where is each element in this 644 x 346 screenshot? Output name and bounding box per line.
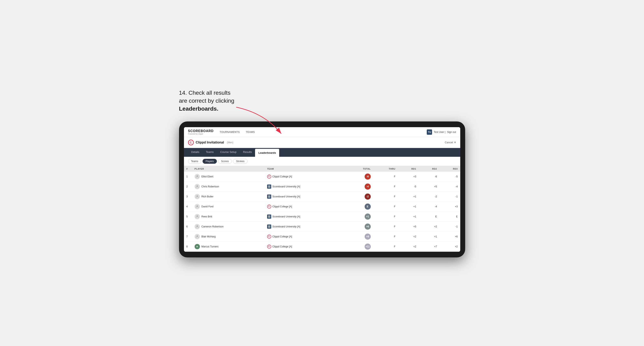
row-rd1: +1 bbox=[398, 211, 419, 221]
row-team: Scoreboard University [A] bbox=[265, 181, 346, 191]
player-avatar bbox=[194, 184, 200, 189]
logo-block: SCOREBOARD Powered by clippd bbox=[188, 129, 214, 135]
player-name: Blair McHarg bbox=[202, 235, 216, 238]
filter-players[interactable]: Players bbox=[202, 159, 217, 164]
table-header: # PLAYER TEAM TOTAL THRU RD1 RD2 RD3 bbox=[184, 166, 460, 172]
row-thru: F bbox=[373, 211, 398, 221]
row-position: 2 bbox=[184, 181, 192, 191]
tab-details[interactable]: Details bbox=[188, 148, 203, 157]
row-team: Scoreboard University [A] bbox=[265, 191, 346, 201]
row-total: +6 bbox=[346, 221, 373, 231]
nav-bar: SCOREBOARD Powered by clippd TOURNAMENTS… bbox=[184, 127, 460, 137]
filter-scores[interactable]: Scores bbox=[218, 159, 232, 164]
tab-results[interactable]: Results bbox=[240, 148, 255, 157]
table-row: 7 Blair McHargCClippd College [A]+9F+2+1… bbox=[184, 231, 460, 241]
player-name: Marcus Turners bbox=[202, 245, 218, 248]
team-name: Clippd College [A] bbox=[272, 235, 292, 238]
row-thru: F bbox=[373, 221, 398, 231]
svg-point-5 bbox=[196, 215, 198, 217]
player-name: David Ford bbox=[202, 205, 214, 208]
table-row: 3 Rich Butler Scoreboard University [A]-… bbox=[184, 191, 460, 201]
col-thru: THRU bbox=[373, 166, 398, 172]
table-body: 1 Elliot EbertCClippd College [A]-8F+3-6… bbox=[184, 172, 460, 252]
table-row: 5 Rees Britt Scoreboard University [A]+1… bbox=[184, 211, 460, 221]
player-name: Elliot Ebert bbox=[202, 175, 213, 178]
team-name: Scoreboard University [A] bbox=[272, 185, 300, 188]
row-rd2: +7 bbox=[418, 241, 440, 251]
nav-right: TU Test User | Sign out bbox=[427, 129, 456, 135]
filter-teams[interactable]: Teams bbox=[188, 159, 201, 164]
row-rd3: +3 bbox=[440, 201, 460, 211]
col-pos: # bbox=[184, 166, 192, 172]
table-row: 4 David FordCClippd College [A]EF+1-4+3 bbox=[184, 201, 460, 211]
filter-strokes[interactable]: Strokes bbox=[233, 159, 248, 164]
row-rd3: -1 bbox=[440, 191, 460, 201]
tab-teams[interactable]: Teams bbox=[202, 148, 217, 157]
tab-leaderboards[interactable]: Leaderboards bbox=[255, 149, 279, 157]
tournament-left: C Clippd Invitational (Men) bbox=[188, 140, 234, 145]
instruction-line1: Check all results bbox=[188, 90, 230, 96]
tournament-header: C Clippd Invitational (Men) Cancel ✕ bbox=[184, 137, 460, 148]
row-rd1: +2 bbox=[398, 231, 419, 241]
col-team: TEAM bbox=[265, 166, 346, 172]
team-name: Scoreboard University [A] bbox=[272, 225, 300, 228]
row-team: Scoreboard University [A] bbox=[265, 221, 346, 231]
row-thru: F bbox=[373, 181, 398, 191]
score-badge: +1 bbox=[364, 213, 371, 220]
table-row: 6 Cameron Robertson Scoreboard Universit… bbox=[184, 221, 460, 231]
tournament-gender: (Men) bbox=[227, 141, 233, 144]
team-logo-clippd: C bbox=[267, 245, 271, 249]
row-rd1: +3 bbox=[398, 172, 419, 182]
instruction-step: 14. bbox=[179, 90, 187, 96]
logo-title: SCOREBOARD bbox=[188, 129, 214, 133]
score-badge: +6 bbox=[364, 223, 371, 230]
row-rd3: E bbox=[440, 211, 460, 221]
player-avatar bbox=[194, 214, 200, 219]
col-total: TOTAL bbox=[346, 166, 373, 172]
row-rd3: -1 bbox=[440, 221, 460, 231]
team-logo-clippd: C bbox=[267, 174, 271, 178]
tournament-brand-icon: C bbox=[188, 140, 194, 145]
nav-username: Test User | bbox=[434, 131, 445, 134]
row-team: Scoreboard University [A] bbox=[265, 211, 346, 221]
row-rd2: +1 bbox=[418, 231, 440, 241]
player-avatar bbox=[194, 234, 200, 239]
cancel-button[interactable]: Cancel ✕ bbox=[445, 141, 456, 144]
row-total: +9 bbox=[346, 231, 373, 241]
leaderboard-table: # PLAYER TEAM TOTAL THRU RD1 RD2 RD3 1 E… bbox=[184, 166, 460, 252]
row-rd3: +2 bbox=[440, 241, 460, 251]
row-rd1: +1 bbox=[398, 191, 419, 201]
filter-row: Teams Players Scores Strokes bbox=[184, 157, 460, 166]
team-logo-scoreboard bbox=[267, 224, 271, 229]
score-badge: +9 bbox=[364, 233, 371, 240]
row-rd3: -5 bbox=[440, 172, 460, 182]
tablet-screen: SCOREBOARD Powered by clippd TOURNAMENTS… bbox=[184, 127, 460, 252]
row-rd1: +1 bbox=[398, 201, 419, 211]
nav-signout[interactable]: Sign out bbox=[447, 131, 456, 134]
row-total: -2 bbox=[346, 191, 373, 201]
row-rd2: E bbox=[418, 211, 440, 221]
team-name: Clippd College [A] bbox=[272, 175, 292, 178]
row-position: 1 bbox=[184, 172, 192, 182]
row-team: CClippd College [A] bbox=[265, 201, 346, 211]
team-name: Clippd College [A] bbox=[272, 245, 292, 248]
row-team: CClippd College [A] bbox=[265, 241, 346, 251]
row-player: Blair McHarg bbox=[192, 231, 265, 241]
nav-tournaments[interactable]: TOURNAMENTS bbox=[220, 130, 240, 134]
tab-course-setup[interactable]: Course Setup bbox=[217, 148, 240, 157]
row-thru: F bbox=[373, 201, 398, 211]
row-total: -4 bbox=[346, 181, 373, 191]
score-badge: +11 bbox=[364, 244, 371, 250]
svg-point-6 bbox=[196, 225, 198, 227]
row-position: 8 bbox=[184, 241, 192, 251]
player-avatar bbox=[194, 204, 200, 209]
table-row: 2 Chris Robertson Scoreboard University … bbox=[184, 181, 460, 191]
nav-teams[interactable]: TEAMS bbox=[246, 130, 255, 134]
page-wrapper: 14. Check all results are correct by cli… bbox=[179, 89, 465, 257]
cancel-x-icon: ✕ bbox=[454, 141, 456, 144]
row-rd2: -4 bbox=[418, 201, 440, 211]
row-thru: F bbox=[373, 241, 398, 251]
instruction-line2: are correct by clicking bbox=[179, 98, 234, 104]
logo-sub: Powered by clippd bbox=[188, 133, 214, 135]
player-name: Rich Butler bbox=[202, 195, 214, 198]
